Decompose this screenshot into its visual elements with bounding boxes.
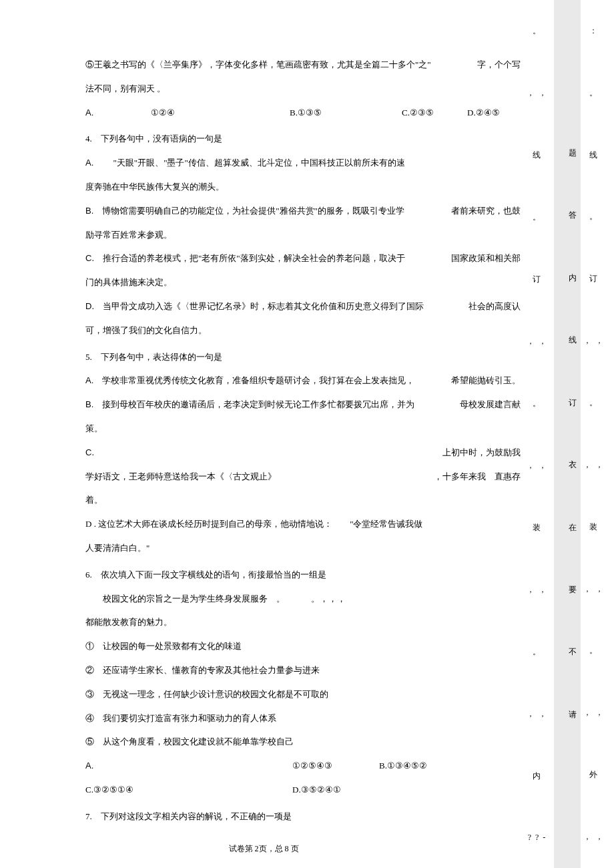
body: 接到母校百年校庆的邀请函后，老李决定到时候无论工作多忙都要拨冗出席，并为 (93, 399, 414, 409)
char: 不 (569, 646, 581, 658)
q5-b: B. 接到母校百年校庆的邀请函后，老李决定到时候无论工作多忙都要拨冗出席，并为 … (85, 393, 521, 416)
mark: ，， (527, 336, 551, 347)
body: 推行合适的养老模式，把"老有所依"落到实处，解决全社会的养老问题，取决于 (94, 253, 405, 263)
opt-d: D.③⑤②④① (292, 779, 341, 801)
text: D. 当甲骨文成功入选《〈世界记忆名录》时，标志着其文化价值和历史意义得到了国际 (85, 295, 424, 318)
trail: 国家政策和相关部 (451, 247, 521, 270)
mark: 订 (533, 274, 545, 285)
blank (572, 833, 578, 843)
q6-ans-row1: A. ①②⑤④③ B.①③④⑤② (85, 754, 521, 777)
mark: 线 (533, 150, 545, 161)
q5-c-l2: 学好语文，王老师特意送给我一本《〈古文观止》 ，十多年来我 直惠存 (85, 465, 521, 488)
opt-c: C.③②⑤①④ (85, 779, 292, 801)
opt-label: D. (85, 301, 94, 311)
q5-d: D . 这位艺术大师在谈成长经历时提到自己的母亲，他动情地说： "令堂经常告诫我… (85, 513, 521, 535)
mark: 内 (533, 771, 545, 782)
mark: ，， (583, 584, 607, 595)
char: 题 (569, 148, 581, 159)
text-b: ，十多年来我 直惠存 (434, 465, 521, 488)
q4-c-cont: 门的具体措施来决定。 (85, 271, 521, 294)
q5-c-l1: C. 上初中时，为鼓励我 (85, 441, 521, 464)
q3-options: A. ①②④ B.①③⑤ C.②③⑤ D.②④⑤ (85, 101, 521, 124)
q4-b: B. 博物馆需要明确自己的功能定位，为社会提供"雅俗共赏"的服务，既吸引专业学 … (85, 200, 521, 222)
mark: ，， (583, 707, 607, 718)
opt-label: B. (85, 399, 93, 409)
opt-label: C. (85, 441, 94, 464)
q6-line1: 校园文化的宗旨之一是为学生终身发展服务 。 。，，， (85, 588, 521, 610)
q5-b-cont: 策。 (85, 417, 521, 440)
sidebar-inner-col: 题 答 内 线 订 衣 在 要 不 请 (569, 0, 581, 868)
text-trail: 字，个个写 (477, 53, 521, 76)
q4-d-cont: 可，增强了我们的文化自信力。 (85, 319, 521, 342)
mark: 。 (589, 397, 601, 409)
opt-a-val: ①②⑤④③ (292, 754, 379, 777)
mark: 装 (589, 521, 601, 533)
q6-o1: ① 让校园的每一处景致都有文化的味道 (85, 635, 521, 658)
mark: 装 (533, 522, 545, 533)
sidebar-outer-col: ： 。 线 。 订 ，， 。 ，， 装 ，， 。 ，， 外 ，， (583, 0, 607, 868)
q5-stem: 5. 下列各句中，表达得体的一句是 (85, 346, 521, 369)
q5-c-l3: 着。 (85, 489, 521, 511)
char: 要 (569, 584, 581, 596)
blank (572, 87, 578, 97)
q4-a: A. "天眼"开眼、"墨子"传信、超算发威、北斗定位，中国科技正以前所未有的速 (85, 152, 521, 174)
mark: ，， (527, 584, 551, 596)
text: B. 博物馆需要明确自己的功能定位，为社会提供"雅俗共赏"的服务，既吸引专业学 (85, 200, 404, 222)
q4-d: D. 当甲骨文成功入选《〈世界记忆名录》时，标志着其文化价值和历史意义得到了国际… (85, 295, 521, 318)
q4-a-cont: 度奔驰在中华民族伟大复兴的潮头。 (85, 176, 521, 198)
q7-stem: 7. 下列对这段文字相关内容的解说，不正确的一项是 (85, 805, 521, 828)
text-a: 学好语文，王老师特意送给我一本《〈古文观止》 (85, 465, 276, 488)
opt-b: B.①③⑤ (290, 101, 396, 124)
blank (572, 771, 578, 781)
mark: ，， (527, 708, 551, 720)
mark: 。 (533, 25, 545, 37)
mark: 。 (589, 645, 601, 656)
opt-label: C. (85, 253, 94, 263)
sidebar-spacer-col: 。 ，， 线 。 订 ，， 。 ，， 装 ，， 。 ，， 内 ??- (527, 0, 551, 868)
mark: ??- (528, 833, 550, 843)
mark: 外 (589, 769, 601, 781)
text: "天眼"开眼、"墨子"传信、超算发威、北斗定位，中国科技正以前所未有的速 (96, 158, 405, 168)
q4-c: C. 推行合适的养老模式，把"老有所依"落到实处，解决全社会的养老问题，取决于 … (85, 247, 521, 270)
mark: ，， (583, 335, 607, 347)
text: ⑤王羲之书写的《〈兰亭集序》，字体变化多样，笔画疏密有致，尤其是全篇二十多个"之… (85, 53, 431, 76)
opt-label: A. (85, 158, 93, 168)
mark: 。 (533, 646, 545, 658)
q6-o4: ④ 我们要切实打造富有张力和驱动力的育人体系 (85, 707, 521, 730)
q6-o5: ⑤ 从这个角度看，校园文化建设就不能单靠学校自己 (85, 730, 521, 753)
trail: 者前来研究，也鼓 (451, 200, 521, 222)
text: B. 接到母校百年校庆的邀请函后，老李决定到时候无论工作多忙都要拨冗出席，并为 (85, 393, 414, 416)
text: A. 学校非常重视优秀传统文化教育，准备组织专题研讨会，我打算在会上发表拙见， (85, 369, 414, 392)
opt-c: C.②③⑤ (402, 101, 462, 124)
char: 订 (569, 397, 581, 409)
opt-a-label: A. (85, 101, 145, 124)
mark: ： (589, 25, 601, 37)
mark: 线 (589, 150, 601, 161)
trail: 希望能抛砖引玉。 (451, 369, 521, 392)
page-content: ⑤王羲之书写的《〈兰亭集序》，字体变化多样，笔画疏密有致，尤其是全篇二十多个"之… (85, 53, 521, 829)
q6-line2: 都能散发教育的魅力。 (85, 611, 521, 634)
mark: ，， (527, 460, 551, 471)
q6-stem: 6. 依次填入下面一段文字横线处的语句，衔接最恰当的一组是 (85, 564, 521, 586)
char: 内 (569, 272, 581, 284)
body: 当甲骨文成功入选《〈世界记忆名录》时，标志着其文化价值和历史意义得到了国际 (94, 301, 424, 311)
q6-o3: ③ 无视这一理念，任何缺少设计意识的校园文化都是不可取的 (85, 683, 521, 706)
body: 学校非常重视优秀传统文化教育，准备组织专题研讨会，我打算在会上发表拙见， (93, 375, 414, 385)
trail: 上初中时，为鼓励我 (442, 441, 521, 464)
trail: 社会的高度认 (469, 295, 521, 318)
mark: 订 (589, 273, 601, 284)
text: C. 推行合适的养老模式，把"老有所依"落到实处，解决全社会的养老问题，取决于 (85, 247, 405, 270)
char: 在 (569, 522, 581, 533)
q5-d-cont: 人要清清白白。" (85, 537, 521, 560)
mark: ，， (527, 87, 551, 99)
trail: 母校发展建言献 (460, 393, 521, 416)
mark: 。 (589, 87, 601, 99)
body: 博物馆需要明确自己的功能定位，为社会提供"雅俗共赏"的服务，既吸引专业学 (93, 206, 404, 216)
mark: 。 (589, 211, 601, 222)
mark: ，， (583, 459, 607, 471)
opt-label: A. (85, 375, 93, 385)
opt-a-val: ①②④ (151, 101, 284, 124)
char: 衣 (569, 459, 581, 471)
opt-a-label: A. (85, 754, 292, 777)
q6-ans-row2: C.③②⑤①④ D.③⑤②④① (85, 779, 521, 801)
